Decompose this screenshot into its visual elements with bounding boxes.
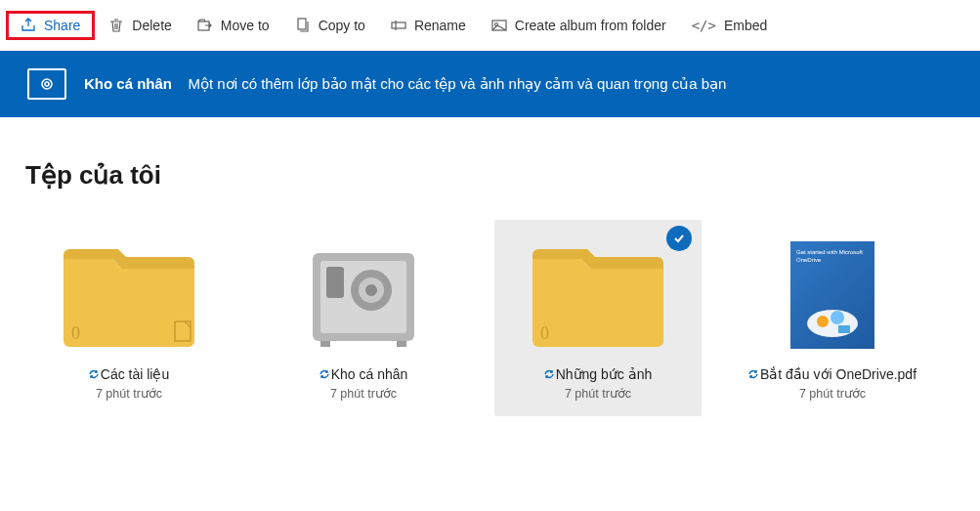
svg-point-5 xyxy=(42,79,52,89)
svg-rect-21 xyxy=(838,325,850,333)
item-label: Kho cá nhân xyxy=(331,366,408,382)
share-label: Share xyxy=(44,18,80,33)
copyto-button[interactable]: Copy to xyxy=(283,12,377,39)
folder-photos[interactable]: 0 Những bức ảnh 7 phút trước xyxy=(494,220,702,416)
item-sub: 7 phút trước xyxy=(25,386,233,401)
section-title: Tệp của tôi xyxy=(25,160,955,191)
moveto-label: Move to xyxy=(221,18,270,33)
rename-button[interactable]: Rename xyxy=(379,12,478,39)
create-album-button[interactable]: Create album from folder xyxy=(480,12,678,39)
svg-rect-15 xyxy=(320,341,330,347)
delete-label: Delete xyxy=(132,18,171,33)
banner-desc: Một nơi có thêm lớp bảo mật cho các tệp … xyxy=(188,75,726,92)
svg-rect-1 xyxy=(298,19,306,29)
svg-point-6 xyxy=(45,82,49,86)
svg-rect-16 xyxy=(397,341,406,347)
item-label: Những bức ảnh xyxy=(556,366,653,382)
items-row: 0 Các tài liệu 7 phút trước xyxy=(25,220,955,416)
embed-icon: </> xyxy=(692,18,716,33)
svg-rect-11 xyxy=(326,267,344,298)
item-label: Bắt đầu với OneDrive.pdf xyxy=(760,366,916,382)
embed-button[interactable]: </> Embed xyxy=(680,12,780,39)
personal-vault-banner: Kho cá nhân Một nơi có thêm lớp bảo mật … xyxy=(0,51,980,117)
selected-check-icon xyxy=(666,226,692,251)
sync-icon xyxy=(748,369,758,379)
content-area: Tệp của tôi 0 Các tài liệu 7 phút trước xyxy=(0,117,980,416)
svg-point-19 xyxy=(817,316,829,327)
vault-banner-icon xyxy=(27,68,66,100)
moveto-button[interactable]: Move to xyxy=(186,12,281,39)
banner-text: Kho cá nhân Một nơi có thêm lớp bảo mật … xyxy=(84,75,726,93)
rename-icon xyxy=(391,18,406,33)
delete-button[interactable]: Delete xyxy=(97,12,183,39)
copyto-icon xyxy=(295,18,311,33)
item-label: Các tài liệu xyxy=(101,366,169,382)
file-getting-started-pdf[interactable]: Get started with Microsoft OneDrive Bắt … xyxy=(729,220,936,416)
create-album-label: Create album from folder xyxy=(515,18,666,33)
svg-rect-2 xyxy=(392,22,405,28)
svg-text:0: 0 xyxy=(540,323,549,343)
pdf-thumbnail: Get started with Microsoft OneDrive xyxy=(729,230,936,349)
embed-label: Embed xyxy=(724,18,767,33)
item-sub: 7 phút trước xyxy=(729,386,936,401)
svg-point-20 xyxy=(831,311,844,324)
personal-vault-item[interactable]: Kho cá nhân 7 phút trước xyxy=(260,220,467,416)
banner-title: Kho cá nhân xyxy=(84,75,172,92)
item-sub: 7 phút trước xyxy=(494,386,702,401)
album-icon xyxy=(491,18,507,33)
copyto-label: Copy to xyxy=(319,18,365,33)
sync-icon xyxy=(320,369,329,379)
delete-icon xyxy=(108,18,124,33)
moveto-icon xyxy=(197,18,213,33)
share-icon xyxy=(21,18,36,33)
rename-label: Rename xyxy=(414,18,466,33)
item-sub: 7 phút trước xyxy=(260,386,467,401)
vault-icon xyxy=(260,230,467,349)
toolbar: Share Delete Move to Copy to Rename Crea… xyxy=(0,0,980,51)
folder-icon: 0 xyxy=(25,230,233,349)
svg-point-14 xyxy=(365,284,377,296)
sync-icon xyxy=(89,369,99,379)
folder-documents[interactable]: 0 Các tài liệu 7 phút trước xyxy=(25,220,233,416)
svg-text:0: 0 xyxy=(71,323,80,343)
share-button[interactable]: Share xyxy=(6,11,95,40)
sync-icon xyxy=(544,369,554,379)
